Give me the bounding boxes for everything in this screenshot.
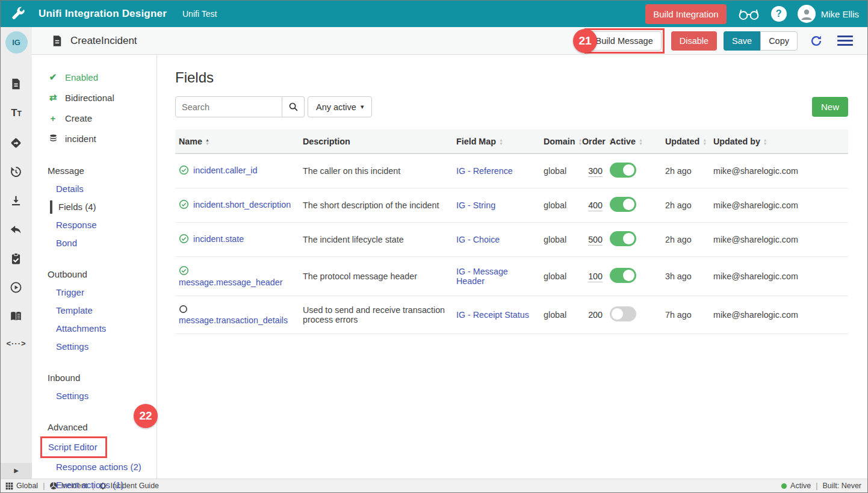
field-map-link[interactable]: IG - String <box>456 200 495 210</box>
sort-icon: ▲▼ <box>702 138 707 146</box>
search-input[interactable] <box>175 96 282 117</box>
copy-button[interactable]: Copy <box>760 31 798 51</box>
column-header-updated[interactable]: Updated▲▼ <box>662 129 710 153</box>
order-value[interactable]: 500 <box>588 235 603 246</box>
top-navbar: Unifi Integration Designer Unifi Test Bu… <box>1 1 867 27</box>
new-field-button[interactable]: New <box>812 97 848 117</box>
field-name-link[interactable]: message.transaction_details <box>179 315 288 325</box>
directions-icon[interactable] <box>10 137 22 149</box>
order-value[interactable]: 200 <box>588 310 603 320</box>
search-icon <box>288 102 299 112</box>
code-icon[interactable]: <···> <box>6 339 26 348</box>
field-map-link[interactable]: IG - Reference <box>456 166 513 176</box>
record-toolbar: CreateIncident Build Message Disable Sav… <box>32 27 867 55</box>
sidebar-item-trigger[interactable]: Trigger <box>56 284 157 302</box>
active-status-label: Active <box>790 482 811 490</box>
field-map-link[interactable]: IG - Message Header <box>456 267 508 286</box>
wrench-icon <box>10 7 25 22</box>
sidebar-item-incident[interactable]: incident <box>48 128 157 149</box>
build-integration-button[interactable]: Build Integration <box>645 4 726 24</box>
documentation-book-icon[interactable] <box>10 310 22 323</box>
save-button[interactable]: Save <box>724 31 760 51</box>
user-menu[interactable]: Mike Ellis <box>798 5 859 23</box>
order-value[interactable]: 100 <box>588 271 603 282</box>
menu-icon[interactable] <box>837 33 853 48</box>
sidebar-item-response[interactable]: Response <box>56 216 157 234</box>
statusbar-domain-label: Global <box>16 482 38 490</box>
column-header-domain[interactable]: Domain▲▼ <box>540 129 578 153</box>
disable-button[interactable]: Disable <box>671 31 717 51</box>
search-button[interactable] <box>282 96 305 117</box>
table-row: incident.state The incident lifecycle st… <box>175 223 848 257</box>
play-circle-icon[interactable] <box>10 281 22 294</box>
column-header-field-map[interactable]: Field Map▲▼ <box>453 129 540 153</box>
check-icon: ✔ <box>48 72 58 82</box>
document-icon[interactable] <box>10 78 22 90</box>
sort-icon: ▲▼ <box>639 138 643 146</box>
built-status-label: Built: Never <box>822 482 861 490</box>
sidebar-item-event-actions[interactable]: Event actions (1) <box>56 476 157 493</box>
field-updated-by: mike@sharelogic.com <box>710 153 848 188</box>
column-header-description[interactable]: Description <box>299 129 453 153</box>
published-status-icon <box>179 265 189 278</box>
sidebar-item-label: Enabled <box>65 72 98 82</box>
column-header-updated-by[interactable]: Updated by▲▼ <box>710 129 848 153</box>
field-name-link[interactable]: incident.caller_id <box>193 166 258 175</box>
sidebar-item-details[interactable]: Details <box>56 180 157 198</box>
rail-collapse-button[interactable]: ▶ <box>1 463 32 479</box>
build-message-button[interactable]: Build Message <box>587 31 662 51</box>
sidebar-item-bidirectional[interactable]: ⇄ Bidirectional <box>48 87 157 108</box>
field-description: The caller on this incident <box>299 153 453 188</box>
annotation-step-21: 21 <box>573 29 597 53</box>
order-value[interactable]: 400 <box>588 200 603 211</box>
active-toggle[interactable] <box>610 197 636 212</box>
field-updated-by: mike@sharelogic.com <box>710 257 848 296</box>
field-map-link[interactable]: IG - Choice <box>456 235 500 244</box>
refresh-icon[interactable] <box>810 34 823 48</box>
active-toggle[interactable] <box>610 268 636 283</box>
app-window: Unifi Integration Designer Unifi Test Bu… <box>0 0 868 493</box>
field-domain: global <box>540 257 578 296</box>
sidebar-item-enabled[interactable]: ✔ Enabled <box>48 67 157 87</box>
help-icon[interactable]: ? <box>771 6 787 22</box>
chevron-down-icon: ▾ <box>361 103 364 111</box>
column-header-name[interactable]: Name▲▼ <box>175 129 299 153</box>
active-status-dot <box>781 483 787 489</box>
order-value[interactable]: 300 <box>588 166 603 177</box>
field-name-link[interactable]: message.message_header <box>179 278 282 287</box>
reply-icon[interactable] <box>10 223 22 236</box>
text-style-icon[interactable]: TT <box>11 107 22 120</box>
database-icon <box>48 134 58 143</box>
active-toggle[interactable] <box>610 306 636 321</box>
active-filter-dropdown[interactable]: Any active ▾ <box>308 96 372 117</box>
sidebar-section-outbound: Outbound <box>48 265 157 284</box>
column-header-active[interactable]: Active▲▼ <box>606 129 662 153</box>
field-name-link[interactable]: incident.state <box>193 234 244 244</box>
active-toggle[interactable] <box>610 163 636 178</box>
active-toggle[interactable] <box>610 231 636 246</box>
sidebar-item-response-actions[interactable]: Response actions (2) <box>56 458 157 476</box>
sidebar-item-attachments[interactable]: Attachments <box>56 320 157 338</box>
sidebar-section-inbound: Inbound <box>48 369 157 387</box>
field-name-link[interactable]: incident.short_description <box>193 200 291 209</box>
sidebar-item-inbound-settings[interactable]: Settings <box>56 387 157 405</box>
unpublished-status-icon <box>179 305 188 315</box>
sidebar-item-label: incident <box>65 134 96 144</box>
sidebar-item-template[interactable]: Template <box>56 302 157 320</box>
preview-glasses-icon[interactable] <box>737 7 760 21</box>
history-icon[interactable] <box>10 166 22 178</box>
user-avatar <box>798 5 816 23</box>
integration-avatar[interactable]: IG <box>5 31 28 54</box>
sidebar-item-fields[interactable]: Fields (4) <box>52 198 157 216</box>
sidebar-item-bond[interactable]: Bond <box>56 234 157 252</box>
download-icon[interactable] <box>10 194 22 207</box>
sidebar-item-outbound-settings[interactable]: Settings <box>56 338 157 356</box>
column-header-order[interactable]: Order▲▼ <box>578 129 606 153</box>
field-map-link[interactable]: IG - Receipt Status <box>456 310 529 320</box>
sidebar-item-script-editor[interactable]: Script Editor <box>48 438 98 456</box>
field-description: Used to send and receive transaction pro… <box>299 296 453 334</box>
table-header-row: Name▲▼ Description Field Map▲▼ Domain▲▼ … <box>175 129 848 153</box>
statusbar-domain[interactable]: Global <box>5 482 38 490</box>
sidebar-item-create[interactable]: + Create <box>48 108 157 128</box>
clipboard-check-icon[interactable] <box>10 252 22 265</box>
